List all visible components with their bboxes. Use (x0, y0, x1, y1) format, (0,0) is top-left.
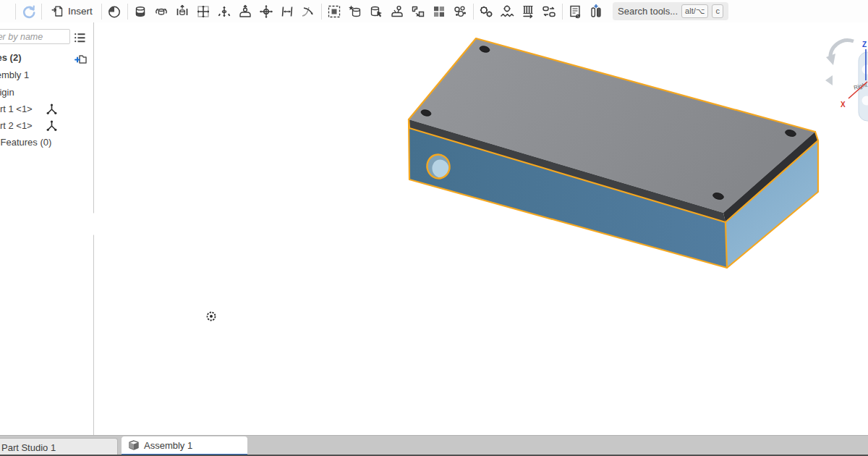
z-axis-label: Z (862, 41, 867, 48)
toolbar-divider (127, 4, 128, 20)
tab-label: Assembly 1 (144, 440, 192, 451)
gear-relation-button[interactable] (476, 1, 497, 22)
search-tools-button[interactable]: Search tools... alt/⌥ c (613, 2, 728, 20)
cylindrical-mate-icon (216, 4, 232, 20)
revert-icon (347, 4, 363, 20)
slider-mate-icon (174, 4, 190, 20)
linear-pattern-icon (431, 4, 447, 20)
revolute-mate-button[interactable] (151, 1, 172, 22)
replicate-button[interactable] (408, 1, 429, 22)
restore-icon (368, 4, 384, 20)
document-tab-bar: Part Studio 1 Assembly 1 (0, 435, 868, 456)
assembly-toolbar: Insert (0, 0, 868, 22)
assembly-tree-panel: Instances (2) Assembly 1 Origin Part 1 <… (0, 22, 94, 435)
circular-pattern-button[interactable] (450, 1, 471, 22)
tab-assembly-1[interactable]: Assembly 1 (122, 436, 247, 455)
cylindrical-mate-button[interactable] (214, 1, 235, 22)
tree-options-button[interactable] (72, 30, 88, 46)
insert-label: Insert (68, 6, 93, 17)
bom-table-icon (567, 4, 583, 20)
ball-mate-icon (258, 4, 274, 20)
assembly-model[interactable] (409, 38, 818, 268)
circular-pattern-icon (452, 4, 468, 20)
parallel-mate-icon (279, 4, 295, 20)
pin-slot-mate-button[interactable] (235, 1, 256, 22)
tangent-mate-icon (300, 4, 316, 20)
rack-and-pinion-relation-button[interactable] (497, 1, 518, 22)
mate-button[interactable] (104, 1, 125, 22)
tree-item-origin[interactable]: Origin (0, 86, 93, 99)
tangent-mate-button[interactable] (298, 1, 319, 22)
folder-plus-icon (75, 52, 88, 65)
tab-label: Part Studio 1 (1, 442, 56, 453)
toolbar-divider (321, 4, 322, 20)
assembly-icon (128, 440, 140, 452)
belt-relation-icon (541, 4, 557, 20)
tree-item-part-2[interactable]: Part 2 <1> (0, 119, 93, 132)
origin-marker[interactable] (208, 313, 216, 321)
mate-connector-icon[interactable] (46, 103, 58, 115)
tree-item-label: Part 2 <1> (0, 119, 33, 132)
bom-table-button[interactable] (565, 1, 586, 22)
sync-icon (21, 4, 37, 20)
snap-mode-icon (389, 4, 405, 20)
parallel-mate-button[interactable] (277, 1, 298, 22)
interference-button[interactable] (586, 1, 607, 22)
ball-mate-button[interactable] (256, 1, 277, 22)
insert-button[interactable]: Insert (44, 1, 99, 22)
list-icon (74, 32, 86, 44)
tree-item-part-1[interactable]: Part 1 <1> (0, 103, 93, 116)
graphics-viewport[interactable]: Right Z X (94, 22, 868, 435)
linear-pattern-button[interactable] (429, 1, 450, 22)
tree-item-label: Origin (0, 86, 14, 99)
x-axis-label: X (841, 101, 846, 109)
fastened-mate-button[interactable] (130, 1, 151, 22)
insert-icon (51, 4, 64, 18)
gear-relation-icon (478, 4, 494, 20)
pan-left-arrow[interactable] (825, 75, 833, 85)
tree-item-assembly-1[interactable]: Assembly 1 (0, 69, 93, 82)
tree-item-label: Assembly 1 (0, 69, 29, 82)
add-instance-button[interactable] (73, 51, 89, 67)
belt-relation-button[interactable] (539, 1, 560, 22)
toolbar-divider (562, 4, 563, 20)
revert-button[interactable] (345, 1, 366, 22)
shortcut-key-alt: alt/⌥ (681, 4, 708, 18)
replicate-icon (410, 4, 426, 20)
toolbar-divider (473, 4, 474, 20)
slider-mate-button[interactable] (172, 1, 193, 22)
sync-button[interactable] (18, 1, 39, 22)
tab-part-studio-1[interactable]: Part Studio 1 (0, 438, 118, 456)
screw-relation-button[interactable] (518, 1, 539, 22)
planar-mate-button[interactable] (193, 1, 214, 22)
toolbar-divider (41, 4, 42, 20)
restore-button[interactable] (366, 1, 387, 22)
revolute-mate-icon (153, 4, 169, 20)
screw-relation-icon (520, 4, 536, 20)
group-button[interactable] (324, 1, 345, 22)
planar-mate-icon (195, 4, 211, 20)
fastened-mate-icon (132, 4, 148, 20)
rack-and-pinion-relation-icon (499, 4, 515, 20)
tree-item-label: Instances (2) (0, 51, 21, 64)
snap-mode-button[interactable] (387, 1, 408, 22)
shortcut-key-c: c (712, 4, 723, 18)
mate-connector-icon[interactable] (46, 119, 58, 132)
mate-icon (106, 4, 122, 20)
pin-slot-mate-icon (237, 4, 253, 20)
tree-item-label: Mate Features (0) (0, 136, 51, 149)
group-icon (326, 4, 342, 20)
tree-item-label: Part 1 <1> (0, 103, 33, 116)
toolbar-divider (15, 4, 16, 20)
filter-input[interactable] (0, 29, 70, 44)
search-tools-label: Search tools... (618, 6, 678, 17)
interference-icon (588, 4, 604, 20)
toolbar-divider (101, 4, 102, 20)
tree-item-mate-features[interactable]: Mate Features (0) (0, 136, 93, 149)
